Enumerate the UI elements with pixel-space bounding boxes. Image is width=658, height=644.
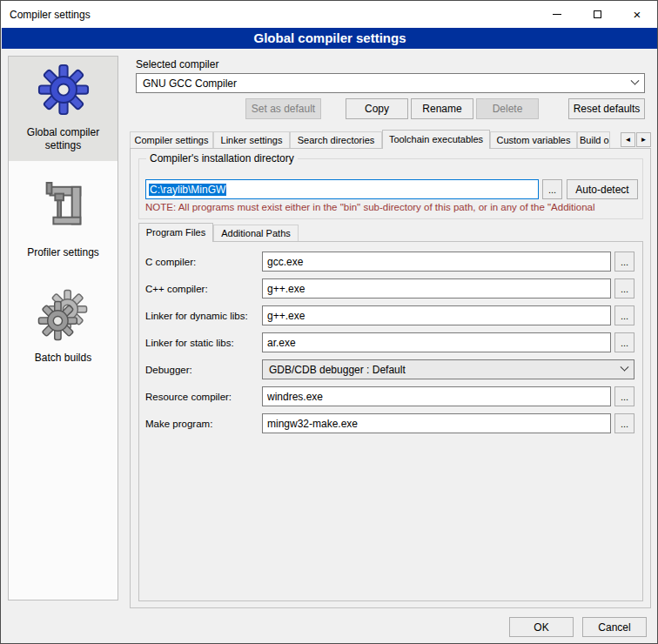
- installation-directory-value: C:\raylib\MinGW: [149, 184, 226, 196]
- rename-button[interactable]: Rename: [411, 98, 473, 119]
- resource-compiler-input[interactable]: [262, 386, 611, 406]
- browse-button[interactable]: ...: [614, 252, 634, 272]
- field-label: Linker for static libs:: [145, 338, 262, 348]
- field-label: C++ compiler:: [145, 284, 262, 294]
- chevron-down-icon: [621, 363, 629, 372]
- tab-toolchain-executables[interactable]: Toolchain executables: [382, 130, 490, 149]
- sidebar-item-label: Batch builds: [35, 352, 91, 365]
- minimize-button[interactable]: [537, 1, 577, 28]
- gear-stack-icon: [37, 289, 90, 345]
- form-row-linker-static: Linker for static libs: ...: [145, 332, 634, 352]
- ok-button[interactable]: OK: [509, 617, 574, 637]
- sidebar-item-profiler-settings[interactable]: Profiler settings: [9, 175, 118, 268]
- tab-scroll-left-button[interactable]: ◄: [621, 132, 635, 147]
- auto-detect-button[interactable]: Auto-detect: [567, 179, 638, 199]
- close-icon: ×: [634, 8, 641, 21]
- browse-button[interactable]: ...: [614, 278, 634, 299]
- tab-scroll-right-button[interactable]: ►: [636, 132, 651, 147]
- linker-dynamic-input[interactable]: [262, 305, 611, 325]
- selected-compiler-dropdown[interactable]: GNU GCC Compiler: [136, 73, 645, 93]
- browse-button[interactable]: ...: [614, 386, 634, 406]
- tab-search-directories[interactable]: Search directories: [290, 131, 382, 148]
- form-row-linker-dynamic: Linker for dynamic libs: ...: [145, 305, 634, 325]
- linker-static-input[interactable]: [262, 332, 611, 352]
- make-program-input[interactable]: [262, 413, 611, 433]
- cancel-button[interactable]: Cancel: [582, 617, 647, 637]
- reset-defaults-button[interactable]: Reset defaults: [568, 98, 645, 119]
- settings-category-sidebar: Global compiler settings Profiler settin…: [8, 56, 118, 600]
- sidebar-item-label: Global compiler settings: [10, 126, 116, 152]
- tab-build-options[interactable]: Build options: [577, 131, 610, 148]
- arrow-right-icon: ►: [641, 136, 648, 144]
- installation-directory-input[interactable]: C:\raylib\MinGW: [145, 179, 539, 199]
- main-tab-strip: Compiler settings Linker settings Search…: [130, 130, 619, 149]
- tab-linker-settings[interactable]: Linker settings: [213, 131, 290, 148]
- maximize-icon: [594, 10, 601, 18]
- form-row-resource-compiler: Resource compiler: ...: [145, 386, 634, 406]
- form-row-debugger: Debugger: GDB/CDB debugger : Default: [145, 359, 634, 379]
- selected-compiler-label: Selected compiler: [136, 58, 218, 70]
- group-title: Compiler's installation directory: [146, 152, 298, 164]
- chevron-down-icon: [631, 77, 640, 85]
- delete-button[interactable]: Delete: [476, 98, 539, 119]
- set-as-default-button[interactable]: Set as default: [245, 98, 321, 119]
- field-label: Debugger:: [145, 365, 262, 375]
- field-label: Linker for dynamic libs:: [145, 311, 262, 321]
- browse-button[interactable]: ...: [614, 332, 634, 352]
- field-label: Make program:: [145, 419, 262, 429]
- c-compiler-input[interactable]: [262, 252, 611, 272]
- sidebar-item-label: Profiler settings: [27, 246, 99, 259]
- tab-program-files[interactable]: Program Files: [138, 223, 213, 242]
- form-row-c-compiler: C compiler: ...: [145, 252, 634, 272]
- cpp-compiler-input[interactable]: [262, 278, 611, 299]
- form-row-cpp-compiler: C++ compiler: ...: [145, 278, 634, 299]
- form-row-make-program: Make program: ...: [145, 413, 634, 433]
- dialog-header-title: Global compiler settings: [2, 28, 658, 49]
- browse-directory-button[interactable]: ...: [542, 179, 562, 199]
- sidebar-item-batch-builds[interactable]: Batch builds: [9, 282, 118, 373]
- close-button[interactable]: ×: [617, 1, 657, 28]
- selected-compiler-value: GNU GCC Compiler: [143, 77, 237, 90]
- copy-button[interactable]: Copy: [346, 98, 408, 119]
- tab-compiler-settings[interactable]: Compiler settings: [130, 131, 213, 148]
- minimize-icon: [553, 14, 561, 15]
- browse-button[interactable]: ...: [614, 413, 634, 433]
- tab-custom-variables[interactable]: Custom variables: [490, 131, 577, 148]
- debugger-value: GDB/CDB debugger : Default: [269, 364, 406, 376]
- debugger-dropdown[interactable]: GDB/CDB debugger : Default: [262, 359, 634, 379]
- compiler-settings-window: Compiler settings × Global compiler sett…: [0, 0, 658, 644]
- field-label: Resource compiler:: [145, 392, 262, 402]
- sub-tab-strip: Program Files Additional Paths: [138, 223, 487, 242]
- window-controls: ×: [537, 1, 657, 28]
- title-bar: Compiler settings ×: [1, 1, 657, 28]
- gear-blue-icon: [37, 64, 90, 119]
- clamp-tool-icon: [39, 182, 88, 239]
- browse-button[interactable]: ...: [614, 305, 634, 325]
- window-title: Compiler settings: [1, 9, 91, 21]
- tab-additional-paths[interactable]: Additional Paths: [213, 225, 299, 241]
- sidebar-item-global-compiler-settings[interactable]: Global compiler settings: [9, 57, 118, 161]
- arrow-left-icon: ◄: [625, 136, 632, 144]
- field-label: C compiler:: [145, 257, 262, 267]
- note-text: NOTE: All programs must exist either in …: [145, 202, 640, 212]
- maximize-button[interactable]: [577, 1, 617, 28]
